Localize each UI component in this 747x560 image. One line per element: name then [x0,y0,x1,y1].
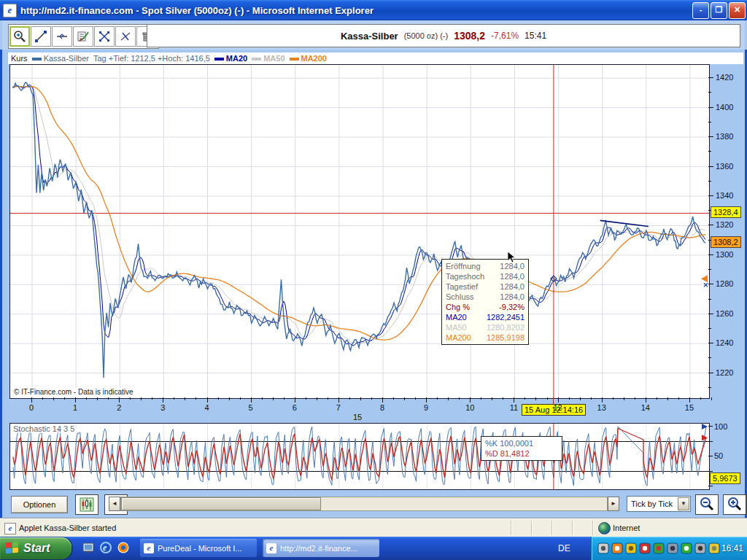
scroll-right-arrow[interactable]: ► [608,497,619,511]
time-axis-label: 11 [510,403,518,412]
quicklaunch-ie-icon[interactable]: e [99,541,112,554]
price-axis-tick [708,210,711,211]
stochastic-panel[interactable]: Stochastic 14 3 5 %K 100,0001 %D 81,4812 [9,423,710,490]
time-axis-tick [130,397,131,400]
time-axis-label: 9 [424,403,428,412]
stoch-axis-tick [708,471,713,472]
time-axis-tick [678,397,679,400]
window-titlebar[interactable]: e http://md2.it-finance.com - Spot Silve… [0,0,747,20]
time-axis-tick [558,397,559,402]
indicator-list-icon [77,30,90,43]
ma50-swatch [252,58,261,61]
internet-zone-icon [598,522,611,534]
quicklaunch-desktop-icon[interactable] [82,541,95,554]
price-tag-last: 1308,2 [711,236,741,248]
horizontal-line-icon [55,30,69,43]
quote-bar: Kassa-Silber (5000 oz) (-) 1308,2 -7,61%… [147,24,740,47]
chart-legend: Kurs Kassa-Silber Tag +Tief: 1212,5 +Hoc… [8,52,743,64]
stoch-axis-tick [708,486,713,486]
display-icon[interactable] [667,542,678,554]
stochastic-svg [10,424,709,489]
time-axis-tick [371,397,372,400]
scroll-left-arrow[interactable]: ◄ [109,497,120,511]
taskbar-task-puredeal[interactable]: e PureDeal - Microsoft I... [140,539,257,557]
stoch-axis-50: 50 [714,451,723,460]
time-axis-tick [251,397,252,402]
price-axis-label: 1320 [716,220,733,229]
price-axis-tick [708,92,711,93]
delete-line-tool-button[interactable] [115,26,136,47]
horizontal-line-tool-button[interactable] [52,26,72,47]
status-text: Applet Kassa-Silber started [19,524,116,532]
system-tray: 16:41 [591,537,747,560]
price-axis-tick [708,254,713,255]
alert-orange-icon[interactable] [611,542,623,554]
price-axis-label: 1220 [716,368,733,377]
time-axis-tick [602,397,603,402]
magnifier-minus-icon [699,497,715,513]
time-axis-tick [97,397,98,400]
cross-arrows-icon [98,30,111,43]
pointer-mode-tool-button[interactable] [94,26,115,47]
quicklaunch-mediaplayer-icon[interactable] [117,541,130,554]
camera-icon[interactable] [694,542,706,554]
zoom-in-button[interactable] [723,494,746,515]
legend-ma20: MA20 [214,54,247,63]
time-axis-label: 10 [465,403,474,412]
price-axis-tick [708,136,713,137]
price-axis-tick [708,343,713,343]
options-button[interactable]: Optionen [11,496,68,513]
interval-select[interactable]: Tick by Tick ▼ [627,496,691,512]
time-axis-tick [404,397,405,400]
task-ie-icon: e [144,543,154,553]
time-axis-tick [646,397,646,402]
price-axis-label: 1340 [716,191,733,200]
status-separator [592,521,593,535]
time-axis-tick [163,397,163,402]
task-label: PureDeal - Microsoft I... [158,544,242,553]
price-axis-tick [708,240,711,241]
time-axis-tick [64,397,65,400]
interval-dropdown-arrow[interactable]: ▼ [678,497,689,510]
close-button[interactable]: ✕ [729,2,746,19]
time-axis-tick [569,397,570,400]
time-axis-tick [86,397,87,400]
start-button[interactable]: Start [0,537,71,559]
time-axis-tick [657,397,657,400]
security-shield-icon[interactable] [625,542,637,554]
time-axis-tick [437,397,438,400]
price-axis-tick [708,373,713,373]
zoom-tool-button[interactable] [9,26,30,47]
download-green-icon[interactable] [681,542,692,554]
tooltip-row: MA501280,8202 [442,322,528,332]
price-chart-canvas[interactable]: © IT-Finance.com - Data is indicative [9,64,710,399]
windows-flag-icon [6,542,20,555]
time-axis-tick [196,397,196,400]
ma20-swatch [214,58,224,61]
maximize-button[interactable]: ❐ [711,2,727,19]
time-axis-tick [503,397,503,400]
time-scrollbar-thumb[interactable] [121,497,321,510]
zoom-out-button[interactable] [695,494,719,515]
time-axis-tick [624,397,624,400]
taskbar-clock: 16:41 [721,543,743,553]
time-axis-tick [218,397,219,400]
stoch-value-tag: 5,9673 [710,472,740,484]
time-axis-label: 8 [380,403,384,412]
legend-ma50: MA50 [252,54,285,63]
java-update-icon[interactable] [708,542,720,554]
language-indicator[interactable]: DE [558,543,570,553]
time-axis-tick [349,397,350,400]
stoch-axis-tick [708,441,713,442]
time-axis: 15 15 Aug 12:14:16 012345678910111213141… [9,397,708,421]
stoch-axis-tick [708,456,713,456]
chart-style-button[interactable] [75,494,98,515]
taskbar-task-md2-active[interactable]: e http://md2.it-finance... [263,539,379,557]
network-activity-icon[interactable] [653,542,665,554]
printer-icon[interactable] [597,542,609,554]
indicator-settings-tool-button[interactable] [73,26,93,47]
trendline-tool-button[interactable] [31,26,51,47]
antivirus-shield-icon[interactable] [639,542,651,554]
price-axis-tick [708,314,713,314]
minimize-button[interactable]: - [692,2,709,19]
